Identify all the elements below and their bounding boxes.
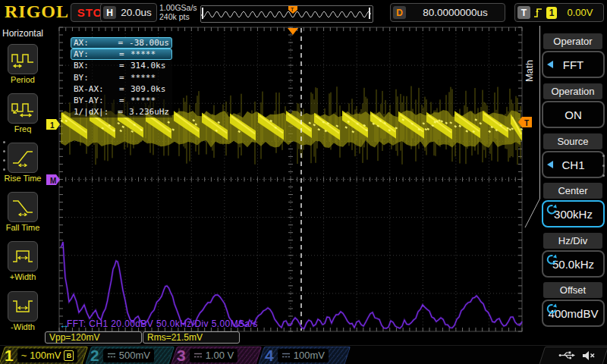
acquisition-info: 1.00GSa/s 240k pts <box>159 3 197 21</box>
menu-item-fall-time[interactable]: Fall Time <box>0 192 46 232</box>
waveform-preview-bar[interactable]: T <box>200 5 373 23</box>
left-menu-title: Horizontal <box>0 25 46 39</box>
ch3-scale: 1.00 V <box>206 350 234 361</box>
speaker-muted-icon <box>582 350 596 361</box>
horizontal-expand-icon: ↔ <box>59 319 69 331</box>
menu-item-period[interactable]: Period <box>0 44 46 84</box>
memory-depth: 240k pts <box>159 12 197 21</box>
rising-edge-icon <box>533 7 543 19</box>
ch1-coupling: ~ <box>21 350 27 361</box>
readout-row: 1/|dX|:=3.236uHz <box>71 106 172 118</box>
channel-2-status[interactable]: 2 500mV <box>90 346 154 364</box>
svg-text:M: M <box>50 177 56 185</box>
bandwidth-limit-badge: B <box>64 350 74 361</box>
math-menu: Operator FFT Operation ON Source CH1 Cen… <box>540 25 607 345</box>
readout-row: BX:=314.0ks <box>71 60 172 71</box>
vpp-measurement: Vpp=120mV <box>45 331 142 344</box>
horizontal-timebase-block[interactable]: H 20.0us <box>100 3 157 22</box>
rise-time-icon <box>11 149 34 167</box>
math-menu-tab: Math <box>524 50 536 93</box>
readout-row: AY:=***** <box>71 49 172 60</box>
right-menu-page-dots <box>602 155 605 177</box>
source-value: CH1 <box>561 158 584 171</box>
channel-status-bar: 1 ~ 100mV B 2 500mV 3 <box>0 345 607 364</box>
knob-icon <box>546 303 557 314</box>
menu-item-rise-time[interactable]: Rise Time <box>0 143 46 183</box>
dc-coupling-icon <box>281 352 291 359</box>
plus-width-icon <box>11 247 34 265</box>
menu-item-freq[interactable]: Freq <box>0 93 46 133</box>
channel-1-status[interactable]: 1 ~ 100mV B <box>5 346 77 364</box>
trigger-delay-block[interactable]: D 80.0000000us <box>390 3 505 22</box>
minus-width-icon <box>11 297 34 315</box>
ch1-position-marker[interactable]: 1 <box>46 119 60 130</box>
readout-row: BX-AX:=309.0ks <box>71 83 172 95</box>
trigger-source-badge: 1 <box>546 7 557 19</box>
trigger-t-badge: T <box>517 6 530 19</box>
svg-text:T: T <box>291 7 294 12</box>
sample-rate: 1.00GSa/s <box>159 3 197 12</box>
trigger-level-value: 0.00V <box>557 7 603 18</box>
timebase-value: 20.0us <box>116 7 156 18</box>
submenu-arrow-icon <box>547 61 553 68</box>
period-icon <box>11 50 34 68</box>
oscilloscope-screen: FFT: CH1 20.00dBV 50.0kHz/Div 5.00MSa/s … <box>0 0 607 364</box>
menu-item-plus-width[interactable]: +Width <box>0 241 46 281</box>
usb-icon <box>558 350 575 360</box>
channel-3-status[interactable]: 3 1.00 V <box>177 346 237 364</box>
hzdiv-value: 50.0kHz <box>552 258 594 271</box>
svg-text:T: T <box>524 119 529 127</box>
freq-icon <box>11 99 34 118</box>
dc-coupling-icon <box>193 352 203 359</box>
cursor-readout-panel: AX:=-38.00us AY:=***** BX:=314.0ks BY:=*… <box>71 37 172 118</box>
ch1-scale: 100mV <box>30 350 61 361</box>
left-menu-page-dots <box>3 141 5 171</box>
delay-d-badge: D <box>393 6 406 19</box>
readout-row: AX:=-38.00us <box>71 37 172 49</box>
operator-value: FFT <box>563 58 584 71</box>
horizontal-measure-menu: Horizontal Period Freq Rise Time <box>0 25 46 345</box>
system-status-icons <box>558 346 596 364</box>
svg-text:1: 1 <box>50 121 55 130</box>
rms-measurement: Rms=21.5mV <box>143 331 240 344</box>
knob-icon <box>546 204 557 215</box>
fall-time-icon <box>11 198 34 216</box>
knob-icon <box>546 254 557 265</box>
ch4-scale: 100mV <box>294 350 325 361</box>
trigger-info-block[interactable]: T 1 0.00V <box>514 3 604 22</box>
ch2-scale: 500mV <box>119 350 150 361</box>
readout-row: BY-AY:=***** <box>71 95 172 106</box>
submenu-arrow-icon <box>547 161 553 168</box>
center-value: 300kHz <box>554 208 593 221</box>
horizontal-h-badge: H <box>103 6 116 19</box>
rigol-logo: RIGOL <box>5 2 69 22</box>
delay-value: 80.0000000us <box>406 7 505 18</box>
preview-waveform: T <box>201 6 371 20</box>
readout-row: BY:=***** <box>71 72 172 83</box>
operation-value: ON <box>565 108 582 121</box>
trigger-position-marker[interactable] <box>288 28 298 35</box>
math-position-marker[interactable]: M <box>46 174 60 185</box>
dc-coupling-icon <box>107 352 116 359</box>
channel-4-status[interactable]: 4 100mV <box>265 346 329 364</box>
menu-item-minus-width[interactable]: -Width <box>0 291 46 331</box>
